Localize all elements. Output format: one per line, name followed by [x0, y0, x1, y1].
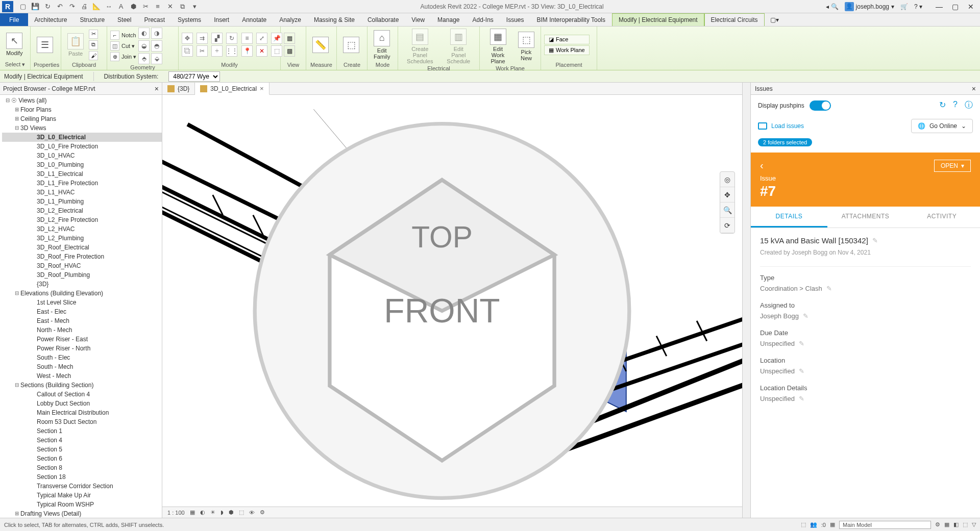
3d-canvas[interactable]: ⚡ #3 480 V 0 VA Other FRONT TOP ◎ ✥ 🔍 ⟳	[162, 95, 742, 507]
geom-tool-2[interactable]: ◑	[151, 28, 162, 39]
unpin-button[interactable]: 📍	[241, 45, 253, 57]
tab-structure[interactable]: Structure	[74, 13, 111, 26]
tree-node[interactable]: 3D_Roof_Electrical	[2, 243, 162, 252]
browser-close-icon[interactable]: ×	[155, 85, 159, 93]
tree-node[interactable]: 3D_L2_Fire Protection	[2, 215, 162, 224]
nav-wheel-icon[interactable]: ◎	[720, 172, 734, 187]
tree-node[interactable]: ⊟Elevations (Building Elevation)	[2, 289, 162, 298]
vc-style-icon[interactable]: ◐	[200, 509, 205, 516]
tab-precast[interactable]: Precast	[138, 13, 172, 26]
copy-button[interactable]: ⿻	[182, 45, 193, 57]
vc-crop-icon[interactable]: ⬚	[239, 509, 244, 516]
view-tab-electrical[interactable]: 3D_L0_Electrical×	[195, 83, 269, 95]
dist-system-select[interactable]: 480/277 Wye	[168, 71, 220, 82]
tree-node[interactable]: 3D_Roof_HVAC	[2, 261, 162, 270]
qat-dim-icon[interactable]: ↔	[104, 2, 113, 11]
tab-overflow-icon[interactable]: ▢▾	[765, 13, 785, 26]
open-status-button[interactable]: OPEN▾	[934, 160, 971, 172]
folders-badge[interactable]: 2 folders selected	[758, 138, 812, 146]
app-icon[interactable]: R	[2, 1, 13, 12]
qat-redo-icon[interactable]: ↷	[67, 2, 77, 11]
tab-electrical-circuits[interactable]: Electrical Circuits	[704, 13, 765, 26]
array-button[interactable]: ⋮⋮	[226, 45, 237, 57]
qat-open-icon[interactable]: ▢	[18, 2, 28, 11]
tree-node[interactable]: 3D_L0_HVAC	[2, 151, 162, 160]
qat-3d-icon[interactable]: ⬢	[129, 2, 138, 11]
issues-close-icon[interactable]: ×	[972, 85, 976, 93]
tree-node[interactable]: 3D_L0_Plumbing	[2, 160, 162, 169]
user-menu[interactable]: 👤 joseph.bogg ▾	[845, 2, 894, 11]
tree-node[interactable]: Transverse Corridor Section	[2, 482, 162, 491]
tree-node[interactable]: 3D_Roof_Fire Protection	[2, 252, 162, 261]
tree-node[interactable]: South - Mech	[2, 362, 162, 371]
tab-addins[interactable]: Add-Ins	[466, 13, 500, 26]
tree-node[interactable]: 3D_Roof_Plumbing	[2, 270, 162, 280]
search-icon[interactable]: ◂ 🔍	[826, 3, 838, 10]
geom-tool-3[interactable]: ◒	[138, 40, 150, 52]
view-scrollbar[interactable]	[742, 83, 750, 518]
geom-tool-4[interactable]: ◓	[151, 40, 162, 52]
qat-thin-icon[interactable]: ≡	[153, 2, 162, 11]
tab-systems[interactable]: Systems	[172, 13, 208, 26]
qat-dropdown-icon[interactable]: ▾	[190, 2, 199, 11]
view-tool-2[interactable]: ▩	[284, 45, 295, 57]
tree-node[interactable]: East - Elec	[2, 307, 162, 316]
maximize-button[interactable]: ▢	[950, 3, 961, 11]
tab-collaborate[interactable]: Collaborate	[361, 13, 405, 26]
tree-node[interactable]: Section 18	[2, 472, 162, 482]
geom-tool-1[interactable]: ◐	[138, 28, 150, 39]
place-face-button[interactable]: ◪Face	[544, 35, 590, 44]
tab-bim[interactable]: BIM Interoperability Tools	[531, 13, 612, 26]
tab-issues[interactable]: Issues	[500, 13, 531, 26]
tree-node[interactable]: Room 53 Duct Secton	[2, 417, 162, 426]
qat-measure-icon[interactable]: 📐	[92, 2, 101, 11]
tree-node[interactable]: 3D_L1_HVAC	[2, 188, 162, 197]
cut-clip-button[interactable]: ✂	[89, 30, 98, 39]
nav-zoom-icon[interactable]: 🔍	[720, 203, 734, 218]
tab-view[interactable]: View	[405, 13, 431, 26]
status-tool-3[interactable]: ◧	[953, 521, 959, 528]
tree-node[interactable]: West - Mech	[2, 371, 162, 381]
tree-node[interactable]: ⊟☉ Views (all)	[2, 96, 162, 105]
align-button[interactable]: ≡	[241, 33, 253, 44]
info-icon[interactable]: ⓘ	[965, 100, 973, 111]
place-workplane-button[interactable]: ▦Work Plane	[544, 45, 590, 55]
tree-node[interactable]: 3D_L0_Electrical	[2, 133, 162, 142]
status-tool-4[interactable]: ⬚	[963, 521, 968, 528]
edit-assigned-icon[interactable]: ✎	[803, 312, 808, 320]
tree-node[interactable]: Section 5	[2, 445, 162, 454]
tree-node[interactable]: Power Riser - East	[2, 335, 162, 344]
edit-location-icon[interactable]: ✎	[799, 367, 804, 375]
edit-workplane-button[interactable]: ▦Edit Work Plane	[483, 28, 513, 65]
file-tab[interactable]: File	[0, 13, 28, 26]
status-tool-2[interactable]: ▦	[944, 521, 949, 528]
tree-node[interactable]: {3D}	[2, 280, 162, 289]
tree-node[interactable]: Main Electrical Distribution	[2, 408, 162, 417]
mirror-button[interactable]: ▞	[211, 33, 223, 44]
measure-button[interactable]: 📏	[309, 36, 332, 54]
qat-print-icon[interactable]: 🖨	[80, 2, 89, 11]
tree-node[interactable]: 3D_L1_Plumbing	[2, 197, 162, 206]
tree-node[interactable]: 3D_L1_Fire Protection	[2, 179, 162, 188]
offset-button[interactable]: ⇉	[197, 33, 208, 44]
go-online-button[interactable]: 🌐 Go Online ⌄	[911, 119, 973, 133]
qat-section-icon[interactable]: ✂	[141, 2, 150, 11]
split-button[interactable]: ÷	[211, 45, 223, 57]
cut-button[interactable]: ◫Cut ▾	[110, 41, 136, 50]
scale-button[interactable]: ⤢	[256, 33, 267, 44]
nav-orbit-icon[interactable]: ⟳	[720, 218, 734, 233]
edit-family-button[interactable]: ⌂Edit Family	[371, 29, 393, 61]
refresh-icon[interactable]: ↻	[939, 100, 946, 111]
nav-pan-icon[interactable]: ✥	[720, 187, 734, 203]
delete-button[interactable]: ✕	[256, 45, 267, 57]
load-issues-button[interactable]: Load issues	[758, 122, 804, 130]
status-model-icon[interactable]: ▦	[830, 521, 835, 528]
tab-annotate[interactable]: Annotate	[236, 13, 273, 26]
view-tool-1[interactable]: ▦	[284, 33, 295, 44]
qat-sync-icon[interactable]: ↻	[43, 2, 52, 11]
pick-new-button[interactable]: ⬚Pick New	[515, 31, 537, 62]
tab-close-icon[interactable]: ×	[260, 85, 264, 92]
tree-node[interactable]: Typical Room WSHP	[2, 500, 162, 509]
close-button[interactable]: ✕	[966, 3, 976, 11]
tree-node[interactable]: 3D_L0_Fire Protection	[2, 142, 162, 151]
